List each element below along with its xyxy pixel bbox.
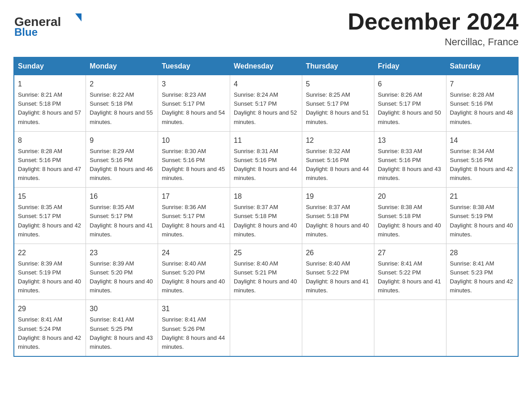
day-number: 22	[18, 248, 82, 258]
day-number: 17	[162, 191, 226, 202]
day-cell-25: 25Sunrise: 8:40 AMSunset: 5:21 PMDayligh…	[230, 244, 302, 300]
day-number: 15	[18, 191, 82, 202]
day-info: Sunrise: 8:39 AMSunset: 5:20 PMDaylight:…	[90, 259, 154, 295]
day-info: Sunrise: 8:35 AMSunset: 5:17 PMDaylight:…	[90, 203, 154, 239]
day-number: 2	[90, 79, 154, 90]
day-cell-6: 6Sunrise: 8:26 AMSunset: 5:17 PMDaylight…	[374, 75, 446, 132]
day-number: 12	[306, 135, 370, 146]
day-info: Sunrise: 8:36 AMSunset: 5:17 PMDaylight:…	[162, 203, 226, 239]
day-info: Sunrise: 8:37 AMSunset: 5:18 PMDaylight:…	[306, 203, 370, 239]
day-cell-14: 14Sunrise: 8:34 AMSunset: 5:16 PMDayligh…	[446, 131, 518, 188]
day-cell-5: 5Sunrise: 8:25 AMSunset: 5:17 PMDaylight…	[302, 75, 374, 132]
col-header-saturday: Saturday	[446, 57, 518, 75]
day-cell-9: 9Sunrise: 8:29 AMSunset: 5:16 PMDaylight…	[86, 131, 158, 188]
day-info: Sunrise: 8:28 AMSunset: 5:16 PMDaylight:…	[450, 90, 514, 127]
day-info: Sunrise: 8:31 AMSunset: 5:16 PMDaylight:…	[234, 147, 298, 183]
week-row-5: 29Sunrise: 8:41 AMSunset: 5:24 PMDayligh…	[14, 300, 518, 356]
col-header-monday: Monday	[86, 57, 158, 75]
day-cell-24: 24Sunrise: 8:40 AMSunset: 5:20 PMDayligh…	[158, 244, 230, 300]
day-number: 5	[306, 79, 370, 90]
day-cell-26: 26Sunrise: 8:40 AMSunset: 5:22 PMDayligh…	[302, 244, 374, 300]
day-cell-11: 11Sunrise: 8:31 AMSunset: 5:16 PMDayligh…	[230, 131, 302, 188]
day-info: Sunrise: 8:30 AMSunset: 5:16 PMDaylight:…	[162, 147, 226, 183]
week-row-1: 1Sunrise: 8:21 AMSunset: 5:18 PMDaylight…	[14, 75, 518, 132]
day-number: 10	[162, 135, 226, 146]
day-cell-29: 29Sunrise: 8:41 AMSunset: 5:24 PMDayligh…	[14, 300, 86, 356]
day-cell-20: 20Sunrise: 8:38 AMSunset: 5:18 PMDayligh…	[374, 188, 446, 244]
day-number: 6	[378, 79, 442, 90]
week-row-3: 15Sunrise: 8:35 AMSunset: 5:17 PMDayligh…	[14, 188, 518, 244]
day-number: 27	[378, 248, 442, 258]
col-header-wednesday: Wednesday	[230, 57, 302, 75]
day-info: Sunrise: 8:29 AMSunset: 5:16 PMDaylight:…	[90, 147, 154, 183]
day-number: 21	[450, 191, 514, 202]
day-info: Sunrise: 8:28 AMSunset: 5:16 PMDaylight:…	[18, 147, 82, 183]
day-number: 3	[162, 79, 226, 90]
day-cell-4: 4Sunrise: 8:24 AMSunset: 5:17 PMDaylight…	[230, 75, 302, 132]
logo: General Blue	[13, 9, 85, 38]
day-info: Sunrise: 8:41 AMSunset: 5:26 PMDaylight:…	[162, 315, 226, 351]
day-info: Sunrise: 8:22 AMSunset: 5:18 PMDaylight:…	[90, 90, 154, 127]
day-number: 16	[90, 191, 154, 202]
col-header-sunday: Sunday	[14, 57, 86, 75]
day-info: Sunrise: 8:33 AMSunset: 5:16 PMDaylight:…	[378, 147, 442, 183]
day-info: Sunrise: 8:40 AMSunset: 5:20 PMDaylight:…	[162, 259, 226, 295]
day-cell-3: 3Sunrise: 8:23 AMSunset: 5:17 PMDaylight…	[158, 75, 230, 132]
col-header-tuesday: Tuesday	[158, 57, 230, 75]
col-header-thursday: Thursday	[302, 57, 374, 75]
day-number: 31	[162, 304, 226, 314]
day-info: Sunrise: 8:41 AMSunset: 5:24 PMDaylight:…	[18, 315, 82, 351]
week-row-4: 22Sunrise: 8:39 AMSunset: 5:19 PMDayligh…	[14, 244, 518, 300]
day-info: Sunrise: 8:41 AMSunset: 5:22 PMDaylight:…	[378, 259, 442, 295]
day-number: 11	[234, 135, 298, 146]
day-number: 28	[450, 248, 514, 258]
day-number: 20	[378, 191, 442, 202]
day-number: 4	[234, 79, 298, 90]
day-number: 19	[306, 191, 370, 202]
empty-cell	[302, 300, 374, 356]
day-cell-31: 31Sunrise: 8:41 AMSunset: 5:26 PMDayligh…	[158, 300, 230, 356]
day-cell-30: 30Sunrise: 8:41 AMSunset: 5:25 PMDayligh…	[86, 300, 158, 356]
calendar-header-row: SundayMondayTuesdayWednesdayThursdayFrid…	[14, 57, 518, 75]
day-info: Sunrise: 8:41 AMSunset: 5:23 PMDaylight:…	[450, 259, 514, 295]
week-row-2: 8Sunrise: 8:28 AMSunset: 5:16 PMDaylight…	[14, 131, 518, 188]
day-info: Sunrise: 8:39 AMSunset: 5:19 PMDaylight:…	[18, 259, 82, 295]
day-cell-27: 27Sunrise: 8:41 AMSunset: 5:22 PMDayligh…	[374, 244, 446, 300]
day-info: Sunrise: 8:32 AMSunset: 5:16 PMDaylight:…	[306, 147, 370, 183]
day-info: Sunrise: 8:41 AMSunset: 5:25 PMDaylight:…	[90, 315, 154, 351]
day-number: 23	[90, 248, 154, 258]
empty-cell	[446, 300, 518, 356]
day-cell-1: 1Sunrise: 8:21 AMSunset: 5:18 PMDaylight…	[14, 75, 86, 132]
svg-marker-1	[75, 13, 82, 21]
location: Nercillac, France	[348, 36, 519, 48]
day-number: 7	[450, 79, 514, 90]
day-number: 25	[234, 248, 298, 258]
day-cell-23: 23Sunrise: 8:39 AMSunset: 5:20 PMDayligh…	[86, 244, 158, 300]
day-number: 8	[18, 135, 82, 146]
page-header: General Blue December 2024 Nercillac, Fr…	[13, 9, 519, 48]
day-info: Sunrise: 8:38 AMSunset: 5:19 PMDaylight:…	[450, 203, 514, 239]
day-cell-12: 12Sunrise: 8:32 AMSunset: 5:16 PMDayligh…	[302, 131, 374, 188]
day-number: 18	[234, 191, 298, 202]
day-info: Sunrise: 8:40 AMSunset: 5:22 PMDaylight:…	[306, 259, 370, 295]
day-number: 29	[18, 304, 82, 314]
calendar-table: SundayMondayTuesdayWednesdayThursdayFrid…	[13, 57, 519, 357]
empty-cell	[374, 300, 446, 356]
day-cell-13: 13Sunrise: 8:33 AMSunset: 5:16 PMDayligh…	[374, 131, 446, 188]
day-cell-8: 8Sunrise: 8:28 AMSunset: 5:16 PMDaylight…	[14, 131, 86, 188]
day-info: Sunrise: 8:24 AMSunset: 5:17 PMDaylight:…	[234, 90, 298, 127]
day-number: 1	[18, 79, 82, 90]
day-info: Sunrise: 8:40 AMSunset: 5:21 PMDaylight:…	[234, 259, 298, 295]
svg-text:Blue: Blue	[14, 26, 38, 38]
empty-cell	[230, 300, 302, 356]
day-cell-16: 16Sunrise: 8:35 AMSunset: 5:17 PMDayligh…	[86, 188, 158, 244]
day-cell-2: 2Sunrise: 8:22 AMSunset: 5:18 PMDaylight…	[86, 75, 158, 132]
day-cell-15: 15Sunrise: 8:35 AMSunset: 5:17 PMDayligh…	[14, 188, 86, 244]
col-header-friday: Friday	[374, 57, 446, 75]
day-cell-10: 10Sunrise: 8:30 AMSunset: 5:16 PMDayligh…	[158, 131, 230, 188]
day-number: 9	[90, 135, 154, 146]
day-number: 26	[306, 248, 370, 258]
day-info: Sunrise: 8:38 AMSunset: 5:18 PMDaylight:…	[378, 203, 442, 239]
day-cell-21: 21Sunrise: 8:38 AMSunset: 5:19 PMDayligh…	[446, 188, 518, 244]
day-info: Sunrise: 8:25 AMSunset: 5:17 PMDaylight:…	[306, 90, 370, 127]
